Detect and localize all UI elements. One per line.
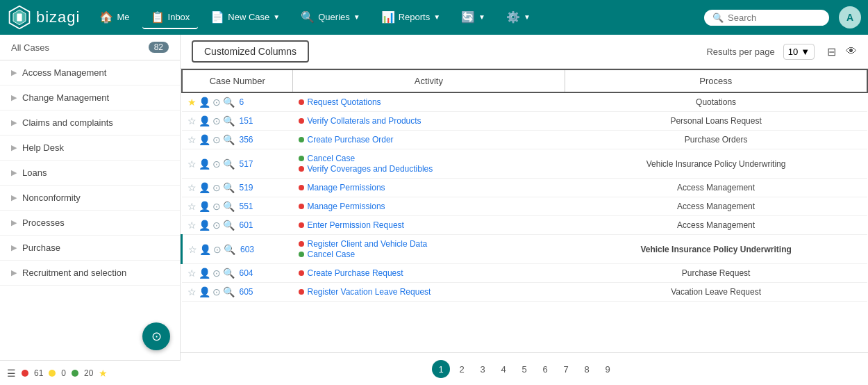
process-icon[interactable]: ⊙ [212,134,221,145]
assign-icon[interactable]: 👤 [199,158,210,170]
activity-link[interactable]: Request Quotations [308,97,381,107]
page-button-8[interactable]: 8 [578,360,596,378]
sidebar-item-nonconformity[interactable]: ▶ Nonconformity [0,186,180,211]
assign-icon[interactable]: 👤 [199,268,210,279]
search-icon[interactable]: 🔍 [223,286,235,297]
nav-sync[interactable]: 🔄 ▼ [453,6,494,29]
search-icon[interactable]: 🔍 [223,97,235,108]
page-button-4[interactable]: 4 [494,360,512,378]
process-icon[interactable]: ⊙ [212,158,221,170]
star-icon[interactable]: ☆ [187,201,197,212]
filter-icon[interactable]: ⊟ [827,45,836,58]
activity-link[interactable]: Verify Collaterals and Products [308,116,422,126]
results-per-page-select[interactable]: 10 ▼ [783,44,815,60]
sidebar-item-processes[interactable]: ▶ Processes [0,211,180,236]
page-button-7[interactable]: 7 [557,360,575,378]
search-icon[interactable]: 🔍 [223,268,235,279]
activity-link[interactable]: Register Vacation Leave Request [308,287,431,297]
sidebar-item-helpdesk[interactable]: ▶ Help Desk [0,136,180,161]
assign-icon[interactable]: 👤 [199,286,210,297]
process-icon[interactable]: ⊙ [213,244,222,255]
row-actions-cell: ★ 👤 ⊙ 🔍 6 [182,92,293,112]
star-icon[interactable]: ★ [187,97,197,108]
page-button-9[interactable]: 9 [599,360,617,378]
process-icon[interactable]: ⊙ [212,182,221,193]
table-row: ☆ 👤 ⊙ 🔍 604 Create Purchase RequestPurch… [182,264,868,283]
process-icon[interactable]: ⊙ [212,268,221,279]
activity-link[interactable]: Enter Permission Request [308,220,404,230]
assign-icon[interactable]: 👤 [199,97,210,108]
nav-new-case[interactable]: 📄 New Case ▼ [202,6,288,29]
red-count: 61 [34,368,43,378]
activity-link[interactable]: Create Purchase Order [308,135,394,145]
sidebar-item-access-management[interactable]: ▶ Access Management [0,60,180,85]
process-icon[interactable]: ⊙ [212,286,221,297]
page-button-5[interactable]: 5 [515,360,533,378]
search-icon[interactable]: 🔍 [223,182,235,193]
sidebar-item-change-management[interactable]: ▶ Change Management [0,85,180,110]
nav-queries[interactable]: 🔍 Queries ▼ [292,6,368,29]
activity-link[interactable]: Verify Coverages and Deductibles [308,164,433,174]
eye-icon[interactable]: 👁 [846,45,857,58]
assign-icon[interactable]: 👤 [199,182,210,193]
fab-button[interactable]: ⊙ [142,322,170,350]
assign-icon[interactable]: 👤 [199,134,210,145]
search-icon[interactable]: 🔍 [223,115,235,126]
sidebar-item-loans[interactable]: ▶ Loans [0,161,180,186]
star-icon[interactable]: ☆ [187,286,197,297]
nav-reports[interactable]: 📊 Reports ▼ [373,6,449,29]
assign-icon[interactable]: 👤 [199,115,210,126]
row-actions-cell: ☆ 👤 ⊙ 🔍 551 [182,197,293,216]
star-icon[interactable]: ☆ [187,115,197,126]
activity-link[interactable]: Manage Permissions [308,183,385,192]
search-icon[interactable]: 🔍 [223,220,235,231]
star-icon[interactable]: ☆ [187,182,197,193]
star-icon[interactable]: ☆ [187,134,197,145]
results-per-page-label: Results per page [706,47,774,57]
search-icon[interactable]: 🔍 [223,134,235,145]
assign-icon[interactable]: 👤 [199,220,210,231]
star-icon[interactable]: ☆ [187,268,197,279]
activity-link[interactable]: Cancel Case [308,249,356,259]
search-icon[interactable]: 🔍 [223,201,235,212]
process-icon[interactable]: ⊙ [212,220,221,231]
nav-inbox[interactable]: 📋 Inbox [142,6,199,29]
activity-link[interactable]: Manage Permissions [308,202,385,211]
process-cell: Access Management [565,197,867,216]
chevron-right-icon: ▶ [11,243,17,252]
star-icon[interactable]: ☆ [187,158,197,170]
hamburger-icon[interactable]: ☰ [7,368,16,379]
sidebar-item-claims[interactable]: ▶ Claims and complaints [0,110,180,136]
process-icon[interactable]: ⊙ [212,97,221,108]
activity-link[interactable]: Create Purchase Request [308,268,403,278]
page-button-1[interactable]: 1 [432,360,450,378]
star-icon[interactable]: ☆ [187,220,197,231]
activity-link[interactable]: Cancel Case [308,154,356,163]
search-input[interactable] [728,13,821,23]
col-case-number: Case Number [182,69,293,92]
nav-settings[interactable]: ⚙️ ▼ [498,6,539,29]
search-icon[interactable]: 🔍 [224,244,235,255]
search-box[interactable]: 🔍 [704,10,829,26]
star-icon[interactable]: ☆ [188,244,197,255]
process-icon[interactable]: ⊙ [212,115,221,126]
sidebar-item-purchase[interactable]: ▶ Purchase [0,236,180,261]
assign-icon[interactable]: 👤 [199,201,210,212]
page-button-2[interactable]: 2 [453,360,471,378]
main-layout: All Cases 82 ▶ Access Management ▶ Chang… [0,35,868,385]
search-icon[interactable]: 🔍 [223,158,235,170]
sync-icon: 🔄 [461,10,475,24]
table-row: ☆ 👤 ⊙ 🔍 605 Register Vacation Leave Requ… [182,283,868,302]
page-button-3[interactable]: 3 [474,360,492,378]
page-button-6[interactable]: 6 [536,360,554,378]
nav-me[interactable]: 🏠 Me [91,6,137,29]
sidebar-item-recruitment[interactable]: ▶ Recruitment and selection [0,261,180,286]
home-icon: 🏠 [99,10,113,24]
activity-cell: Enter Permission Request [293,216,565,235]
customized-columns-button[interactable]: Customized Columns [192,40,309,63]
yellow-dot [49,370,56,377]
assign-icon[interactable]: 👤 [199,244,211,255]
process-icon[interactable]: ⊙ [212,201,221,212]
favorites-star-icon[interactable]: ★ [99,368,108,379]
activity-link[interactable]: Register Client and Vehicle Data [308,239,428,249]
